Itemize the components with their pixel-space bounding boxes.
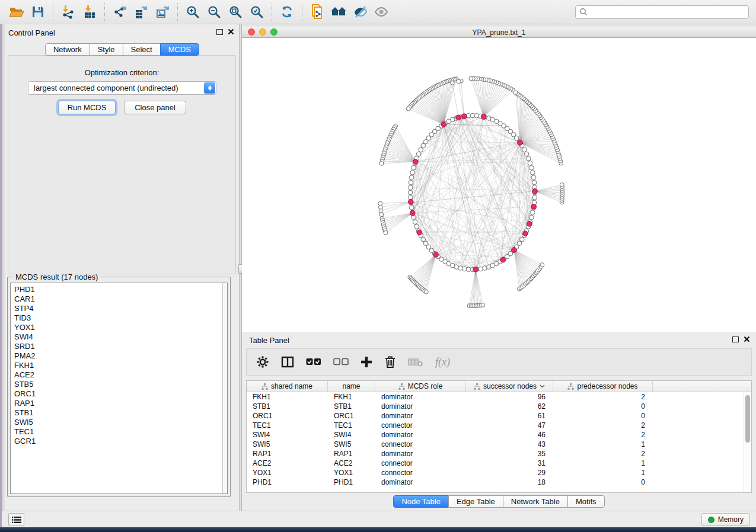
tab-motifs[interactable]: Motifs (567, 495, 605, 508)
hide-selected-button[interactable] (349, 2, 371, 21)
import-table-button[interactable] (79, 2, 100, 21)
mcds-result-item[interactable]: TID3 (14, 313, 220, 323)
mcds-result-item[interactable]: PMA2 (14, 351, 220, 361)
deselect-all-button[interactable] (333, 358, 349, 366)
table-settings-button[interactable] (256, 355, 269, 368)
column-header-shared-name[interactable]: shared name (247, 381, 328, 392)
network-home-button[interactable] (328, 2, 349, 21)
export-table-button[interactable] (130, 2, 152, 21)
mcds-result-item[interactable]: GCR1 (14, 437, 220, 446)
mcds-result-item[interactable]: FKH1 (14, 361, 220, 370)
mcds-result-item[interactable]: TEC1 (14, 427, 220, 437)
show-columns-button[interactable] (281, 355, 294, 368)
mcds-result-item[interactable]: STB1 (14, 408, 220, 418)
table-row[interactable]: STB1STB1dominator620 (247, 402, 744, 411)
zoom-in-button[interactable] (182, 2, 203, 21)
refresh-button[interactable] (276, 2, 298, 21)
refresh-icon (280, 5, 294, 19)
column-header-name[interactable]: name (328, 381, 375, 392)
tab-edge-table[interactable]: Edge Table (448, 495, 503, 508)
memory-status-icon (708, 517, 714, 523)
tab-network-table[interactable]: Network Table (503, 495, 568, 508)
plus-icon (361, 356, 372, 368)
search-box[interactable] (575, 5, 749, 19)
export-network-button[interactable] (109, 2, 130, 21)
mcds-result-items: PHD1CAR1STP4TID3YOX1SWI4SRD1PMA2FKH1ACE2… (14, 285, 220, 446)
log-console-button[interactable] (8, 513, 24, 526)
float-table-panel-icon[interactable] (732, 336, 739, 342)
table-scrollbar[interactable] (744, 392, 751, 492)
import-network-icon (61, 5, 75, 19)
add-column-button[interactable] (361, 356, 372, 368)
table-toolbar: f(x) (246, 348, 752, 376)
zoom-selected-button[interactable] (246, 2, 267, 21)
cell-mcds_role: dominator (375, 412, 466, 420)
column-header-predecessor-nodes[interactable]: predecessor nodes (553, 381, 653, 392)
show-all-button[interactable] (371, 2, 392, 21)
mcds-result-item[interactable]: RAP1 (14, 399, 220, 408)
delete-column-button[interactable] (384, 355, 396, 368)
memory-button[interactable]: Memory (701, 513, 750, 526)
table-row[interactable]: ORC1ORC1dominator610 (247, 411, 744, 421)
select-stepper-icon (204, 82, 215, 94)
table-row[interactable]: SWI4SWI4dominator462 (247, 430, 744, 440)
tab-node-table[interactable]: Node Table (393, 495, 449, 508)
optimization-criterion-select[interactable]: largest connected component (undirected) (28, 81, 216, 95)
sort-chevron-icon (540, 384, 545, 388)
table-row[interactable]: YOX1YOX1connector291 (247, 468, 744, 477)
list-icon (12, 516, 21, 524)
gear-icon (256, 355, 269, 368)
mcds-result-item[interactable]: SRD1 (14, 342, 220, 351)
mcds-result-item[interactable]: ACE2 (14, 370, 220, 380)
clone-network-button[interactable] (307, 2, 328, 21)
tab-network[interactable]: Network (45, 43, 90, 56)
save-session-button[interactable] (27, 2, 49, 21)
mcds-result-item[interactable]: SWI5 (14, 418, 220, 427)
float-panel-icon[interactable] (216, 29, 223, 35)
tab-style[interactable]: Style (90, 43, 123, 56)
mcds-result-item[interactable]: YOX1 (14, 323, 220, 332)
cell-predecessor_nodes: 2 (553, 421, 653, 430)
table-row[interactable]: FKH1FKH1dominator962 (247, 392, 744, 402)
network-graph[interactable] (242, 38, 756, 332)
tab-select[interactable]: Select (123, 43, 161, 56)
export-image-button[interactable] (152, 2, 173, 21)
mcds-result-item[interactable]: STP4 (14, 304, 220, 313)
close-panel-icon[interactable] (228, 28, 234, 35)
open-file-button[interactable] (6, 2, 27, 21)
table-row[interactable]: RAP1RAP1dominator352 (247, 449, 744, 459)
cell-mcds_role: dominator (375, 431, 466, 439)
table-scrollbar-thumb[interactable] (745, 395, 750, 443)
mcds-result-item[interactable]: SWI4 (14, 332, 220, 342)
columns-icon (281, 355, 294, 368)
network-view-canvas[interactable] (242, 38, 756, 332)
select-all-button[interactable] (306, 358, 321, 366)
column-header-successor-nodes[interactable]: successor nodes (466, 381, 553, 392)
mcds-result-item[interactable]: PHD1 (14, 285, 220, 294)
search-input[interactable] (590, 8, 745, 17)
mcds-result-scrollbar[interactable] (222, 283, 227, 493)
mcds-result-item[interactable]: ORC1 (14, 389, 220, 399)
zoom-out-button[interactable] (203, 2, 225, 21)
tab-mcds[interactable]: MCDS (160, 43, 199, 56)
table-row[interactable]: PHD1PHD1dominator180 (247, 477, 744, 487)
mcds-result-item[interactable]: CAR1 (14, 294, 220, 304)
network-window-titlebar[interactable]: YPA_prune.txt_1 (242, 27, 756, 38)
table-row[interactable]: SWI5SWI5connector431 (247, 440, 744, 449)
cell-name: TEC1 (328, 421, 375, 430)
run-mcds-button[interactable]: Run MCDS (58, 101, 116, 114)
zoom-in-icon (186, 5, 200, 19)
cell-name: STB1 (328, 402, 375, 411)
close-panel-button[interactable]: Close panel (124, 101, 186, 114)
close-table-panel-icon[interactable] (744, 336, 750, 342)
import-network-button[interactable] (58, 2, 79, 21)
table-row[interactable]: TEC1TEC1connector472 (247, 421, 744, 430)
cell-shared_name: TEC1 (247, 421, 328, 430)
zoom-fit-button[interactable] (225, 2, 246, 21)
zoom-selected-icon (250, 5, 264, 19)
column-header-MCDS-role[interactable]: MCDS role (375, 381, 466, 392)
table-row[interactable]: ACE2ACE2connector311 (247, 459, 744, 468)
cell-successor_nodes: 47 (466, 421, 553, 430)
mcds-result-list[interactable]: PHD1CAR1STP4TID3YOX1SWI4SRD1PMA2FKH1ACE2… (10, 283, 228, 494)
mcds-result-item[interactable]: STB5 (14, 380, 220, 389)
